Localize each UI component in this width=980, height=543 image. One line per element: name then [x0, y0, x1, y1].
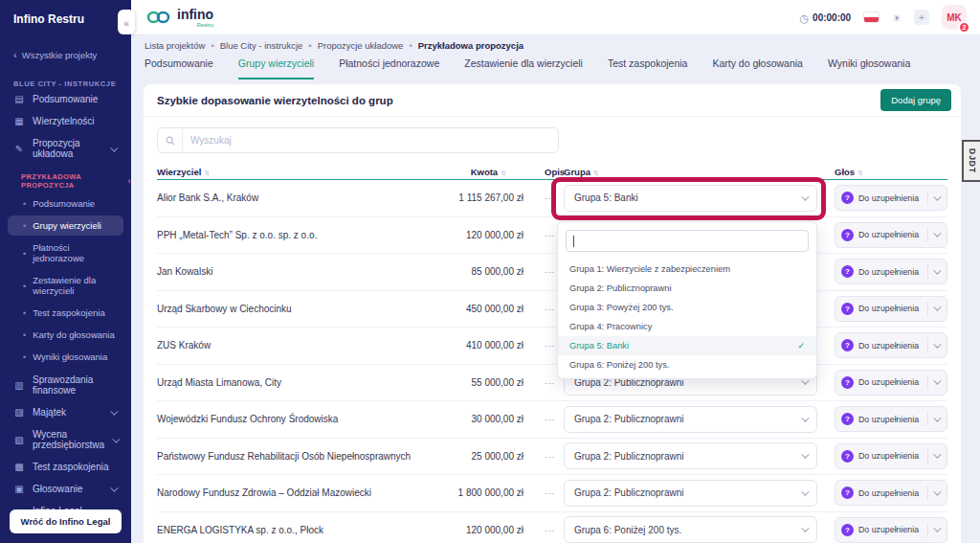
theme-toggle-icon[interactable] [892, 9, 902, 26]
search-input[interactable] [183, 135, 558, 146]
chevron-down-icon [112, 435, 120, 442]
amount-value: 25 000,00 zł [420, 451, 535, 462]
breadcrumb-item[interactable]: Propozycje układowe [308, 40, 403, 51]
vote-status-dropdown[interactable]: Do uzupełnienia [835, 517, 947, 543]
vote-status-dropdown[interactable]: Do uzupełnienia [835, 443, 947, 469]
amount-value: 120 000,00 zł [420, 230, 535, 240]
sort-icon [858, 167, 863, 177]
breadcrumb-item[interactable]: Lista projektów [145, 40, 205, 51]
vote-status-dropdown[interactable]: Do uzupełnienia [835, 222, 947, 248]
sidebar-item[interactable]: ▥ Sprawozdania finansowe [0, 369, 131, 401]
column-header-grupa[interactable]: Grupa [564, 167, 817, 177]
tab[interactable]: Karty do głosowania [712, 57, 803, 79]
vote-status-dropdown[interactable]: Do uzupełnienia [835, 296, 947, 322]
chevron-down-icon [110, 144, 118, 151]
sidebar-sub-item[interactable]: Test zaspokojenia [8, 303, 123, 323]
vote-status-dropdown[interactable]: Do uzupełnienia [835, 370, 947, 396]
breadcrumb-item[interactable]: Przykładowa propozycja [409, 40, 523, 51]
group-option[interactable]: Grupa 6: Poniżej 200 tys. [558, 355, 816, 374]
back-to-projects-link[interactable]: Wszystkie projekty [0, 26, 131, 60]
group-select[interactable]: Grupa 5: Banki [564, 185, 817, 212]
proposal-subsection-link[interactable]: PRZYKŁADOWA PROPOZYCJA [0, 165, 131, 192]
group-select[interactable]: Grupa 2: Publicznoprawni [564, 406, 817, 433]
sidebar-sub-item[interactable]: Karty do głosowania [8, 325, 123, 345]
sidebar-item[interactable]: ▣ Głosowanie [0, 478, 131, 500]
divider [927, 486, 928, 500]
sidebar-sub-item[interactable]: Wyniki głosowania [8, 347, 123, 367]
voting-icon: ▣ [13, 484, 25, 494]
group-option[interactable]: Grupa 3: Powyżej 200 tys. [558, 298, 816, 317]
tab[interactable]: Wyniki głosowania [828, 57, 910, 79]
creditor-name: Jan Kowalski [157, 266, 420, 277]
group-filter-input[interactable] [566, 230, 809, 252]
group-select[interactable]: Grupa 2: Publicznoprawni [564, 442, 817, 469]
vote-status-dropdown[interactable]: Do uzupełnienia [835, 185, 947, 211]
chevron-down-icon [933, 377, 941, 385]
tab[interactable]: Test zaspokojenia [608, 57, 687, 79]
column-header-kwota[interactable]: Kwota [420, 167, 535, 177]
bullet-icon [23, 307, 26, 318]
group-option[interactable]: Grupa 5: Banki [558, 336, 816, 355]
tab[interactable]: Płatności jednorazowe [339, 57, 439, 79]
bullet-icon [23, 281, 26, 291]
chevron-left-icon [13, 49, 17, 60]
satisfaction-icon: ▩ [13, 462, 25, 472]
add-button[interactable] [914, 10, 929, 25]
sidebar-sub-item[interactable]: Grupy wierzycieli [8, 215, 123, 236]
amount-value: 120 000,00 zł [420, 525, 535, 535]
search-icon [166, 136, 175, 146]
question-mark-icon [841, 486, 854, 499]
column-header-glos[interactable]: Głos [835, 167, 947, 177]
sidebar-item[interactable]: ▨ Majątek [0, 401, 131, 423]
tab[interactable]: Podsumowanie [145, 57, 213, 79]
breadcrumb-item[interactable]: Blue City - instrukcje [211, 40, 302, 51]
logo[interactable]: infino Restru [146, 8, 213, 28]
debug-toolbar-handle[interactable]: DJDT [962, 140, 980, 182]
project-section-label: BLUE CITY - INSTRUKCJE [0, 60, 131, 88]
sidebar-item[interactable]: ✎ Propozycja układowa [0, 132, 131, 165]
bullet-icon [23, 198, 26, 209]
proposal-icon: ✎ [13, 144, 25, 154]
creditor-name: Alior Bank S.A., Kraków [157, 192, 420, 203]
table-row: Urząd Skarbowy w Ciechocinku 450 000,00 … [157, 291, 947, 328]
vote-status-dropdown[interactable]: Do uzupełnienia [835, 259, 947, 284]
back-to-infino-legal-button[interactable]: Wróć do Infino Legal [10, 509, 122, 533]
creditor-name: Wojewódzki Fundusz Ochrony Środowiska [157, 414, 420, 424]
group-dropdown-panel: Grupa 1: Wierzyciele z zabezpieczeniem G… [557, 221, 817, 379]
notification-badge: 2 [958, 21, 970, 34]
creditor-search[interactable] [157, 127, 559, 153]
vote-status-dropdown[interactable]: Do uzupełnienia [835, 480, 947, 506]
table-row: Państwowy Fundusz Rehabilitacji Osób Nie… [157, 439, 947, 476]
tab[interactable]: Zestawienie dla wierzycieli [464, 57, 583, 79]
sidebar-sub-item[interactable]: Płatności jednorazowe [8, 238, 123, 268]
tab-bar: Podsumowanie Grupy wierzycieli Płatności… [145, 57, 910, 79]
sidebar-item[interactable]: ▩ Test zaspokojenia [0, 456, 131, 478]
sidebar-sub-items: Podsumowanie Grupy wierzycieli Płatności… [0, 193, 131, 367]
session-timer[interactable]: 00:00:00 [799, 9, 851, 26]
column-header-opis: Opis [535, 167, 564, 177]
table-row: ZUS Kraków 410 000,00 zł --- Do uzupełni… [157, 328, 947, 365]
sidebar-item[interactable]: ▧ Wycena przedsiębiorstwa [0, 423, 131, 456]
vote-status-dropdown[interactable]: Do uzupełnienia [835, 332, 947, 358]
divider [927, 228, 928, 242]
group-option[interactable]: Grupa 1: Wierzyciele z zabezpieczeniem [558, 260, 816, 279]
group-select[interactable]: Grupa 6: Poniżej 200 tys. [564, 516, 817, 543]
user-avatar[interactable]: MK 2 [942, 5, 967, 30]
column-header-wierzyciel[interactable]: Wierzyciel [157, 167, 420, 177]
table-row: ENERGA LOGISTYKA sp. z o.o., Płock 120 0… [157, 512, 947, 543]
tab[interactable]: Grupy wierzycieli [238, 57, 314, 79]
sidebar-item[interactable]: ▤ Podsumowanie [0, 88, 131, 110]
group-option[interactable]: Grupa 2: Publicznoprawni [558, 279, 816, 298]
sidebar-item[interactable]: ▦ Wierzytelności [0, 110, 131, 132]
add-group-button[interactable]: Dodaj grupę [880, 89, 951, 111]
sidebar-sub-item[interactable]: Podsumowanie [8, 193, 123, 214]
sidebar-sub-item[interactable]: Zestawienie dla wierzycieli [8, 270, 123, 301]
group-select[interactable]: Grupa 2: Publicznoprawni [564, 480, 817, 507]
question-mark-icon [841, 450, 854, 463]
group-option[interactable]: Grupa 4: Pracownicy [558, 317, 816, 336]
description-value: --- [535, 378, 564, 387]
sidebar-collapse-button[interactable] [118, 10, 135, 34]
vote-status-dropdown[interactable]: Do uzupełnienia [835, 406, 947, 432]
creditor-name: Państwowy Fundusz Rehabilitacji Osób Nie… [157, 451, 420, 462]
language-flag-pl[interactable] [863, 11, 880, 23]
